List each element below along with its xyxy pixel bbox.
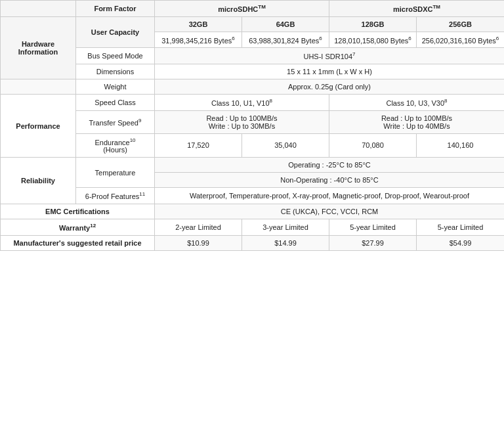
transfer-sdhc: Read : Up to 100MB/s Write : Up to 30MB/… bbox=[155, 110, 329, 133]
warranty-128: 5-year Limited bbox=[329, 219, 417, 235]
price-section: Manufacturer's suggested retail price bbox=[1, 235, 155, 250]
endurance-64: 35,040 bbox=[242, 133, 329, 158]
temp-operating: Operating : -25°C to 85°C bbox=[155, 158, 505, 173]
endurance-128: 70,080 bbox=[329, 133, 417, 158]
sixproof-value: Waterproof, Temperature-proof, X-ray-pro… bbox=[155, 188, 505, 204]
emc-section: EMC Certifications bbox=[1, 204, 155, 219]
performance-section: Performance bbox=[1, 94, 76, 157]
bytes-64: 63,988,301,824 Bytes6 bbox=[242, 32, 329, 48]
empty-weight-section bbox=[1, 79, 76, 94]
bytes-256: 256,020,316,160 Bytes6 bbox=[417, 32, 505, 48]
dimensions-value: 15 x 11 x 1mm (L x W x H) bbox=[155, 64, 505, 79]
bus-speed-value: UHS-I SDR1047 bbox=[155, 48, 505, 64]
temperature-label: Temperature bbox=[76, 158, 155, 188]
cap-256: 256GB bbox=[417, 16, 505, 32]
warranty-256: 5-year Limited bbox=[417, 219, 505, 235]
bytes-128: 128,010,158,080 Bytes6 bbox=[329, 32, 417, 48]
reliability-section: Reliability bbox=[1, 158, 76, 204]
warranty-64: 3-year Limited bbox=[242, 219, 329, 235]
cap-128: 128GB bbox=[329, 16, 417, 32]
endurance-256: 140,160 bbox=[417, 133, 505, 158]
empty-top-left bbox=[1, 1, 76, 17]
speed-class-label: Speed Class bbox=[76, 94, 155, 110]
weight-value: Approx. 0.25g (Card only) bbox=[155, 79, 505, 94]
transfer-sdxc: Read : Up to 100MB/s Write : Up to 40MB/… bbox=[329, 110, 505, 133]
emc-value: CE (UKCA), FCC, VCCI, RCM bbox=[155, 204, 505, 219]
transfer-speed-label: Transfer Speed9 bbox=[76, 110, 155, 133]
endurance-label: Endurance10 (Hours) bbox=[76, 133, 155, 158]
price-32: $10.99 bbox=[155, 235, 242, 250]
cap-32: 32GB bbox=[155, 16, 242, 32]
temp-nonoperating: Non-Operating : -40°C to 85°C bbox=[155, 173, 505, 188]
endurance-32: 17,520 bbox=[155, 133, 242, 158]
price-256: $54.99 bbox=[417, 235, 505, 250]
warranty-32: 2-year Limited bbox=[155, 219, 242, 235]
speed-class-sdxc: Class 10, U3, V308 bbox=[329, 94, 505, 110]
weight-label: Weight bbox=[76, 79, 155, 94]
microsdhc-header: microSDHCTM bbox=[155, 1, 329, 17]
microsdxc-header: microSDXCTM bbox=[329, 1, 505, 17]
user-capacity-label: User Capacity bbox=[76, 16, 155, 48]
speed-class-sdhc: Class 10, U1, V108 bbox=[155, 94, 329, 110]
bytes-32: 31,998,345,216 Bytes6 bbox=[155, 32, 242, 48]
bus-speed-label: Bus Speed Mode bbox=[76, 48, 155, 64]
price-64: $14.99 bbox=[242, 235, 329, 250]
cap-64: 64GB bbox=[242, 16, 329, 32]
warranty-section: Warranty12 bbox=[1, 219, 155, 235]
sixproof-label: 6-Proof Features11 bbox=[76, 188, 155, 204]
price-128: $27.99 bbox=[329, 235, 417, 250]
empty-section: Hardware Information bbox=[1, 16, 76, 79]
form-factor-label: Form Factor bbox=[76, 1, 155, 17]
dimensions-label: Dimensions bbox=[76, 64, 155, 79]
